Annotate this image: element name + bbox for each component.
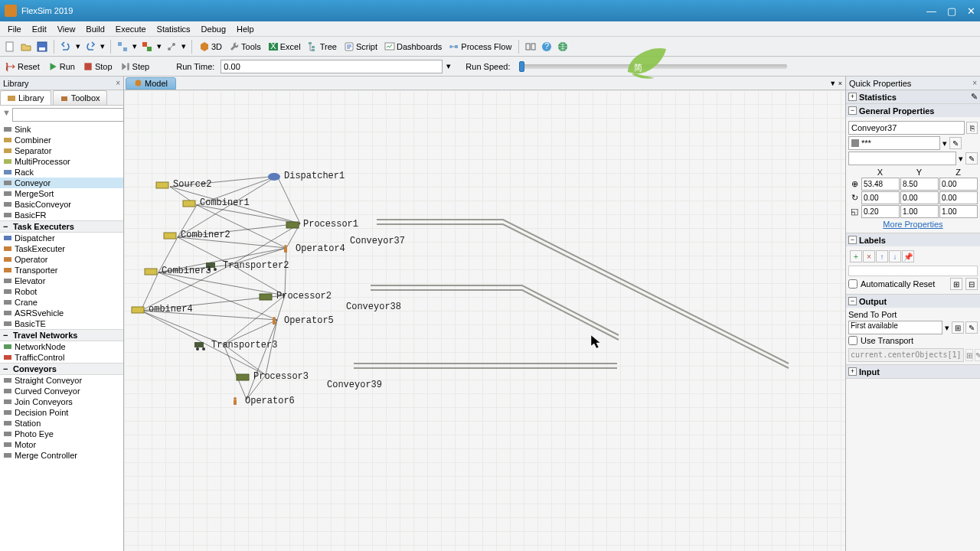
model-node[interactable]: ombiner4 bbox=[130, 304, 193, 315]
tab-library[interactable]: Library bbox=[0, 90, 51, 105]
tree-item[interactable]: TaskExecuter bbox=[0, 243, 123, 254]
tree-item[interactable]: Curved Conveyor bbox=[0, 386, 123, 396]
script-button[interactable]: Script bbox=[341, 39, 380, 54]
object-name-input[interactable] bbox=[848, 121, 965, 135]
undo-icon[interactable] bbox=[59, 40, 73, 54]
tree-item[interactable]: Decision Point bbox=[0, 407, 123, 418]
tree-item[interactable]: Motor bbox=[0, 439, 123, 450]
tree-item[interactable]: ASRSvehicle bbox=[0, 308, 123, 318]
link-icon[interactable] bbox=[165, 40, 178, 54]
section-labels[interactable]: −Labels bbox=[846, 233, 980, 246]
help-icon[interactable]: ? bbox=[540, 40, 554, 54]
undo-dropdown-icon[interactable]: ▾ bbox=[75, 40, 81, 54]
model-node[interactable]: Conveyor39 bbox=[327, 380, 382, 390]
tree-item[interactable]: Join Conveyors bbox=[0, 396, 123, 407]
add-label-icon[interactable]: + bbox=[850, 250, 862, 262]
rot-x[interactable] bbox=[861, 191, 900, 204]
tree-item[interactable]: Combiner bbox=[0, 135, 123, 145]
new-icon[interactable] bbox=[3, 40, 17, 54]
model-node[interactable]: Source2 bbox=[155, 179, 211, 190]
menu-execute[interactable]: Execute bbox=[111, 23, 151, 35]
processflow-button[interactable]: Process Flow bbox=[446, 39, 514, 54]
tree-item[interactable]: Robot bbox=[0, 286, 123, 297]
redo-dropdown-icon[interactable]: ▾ bbox=[100, 40, 106, 54]
section-general[interactable]: −General Properties bbox=[846, 104, 980, 117]
tree-item[interactable]: Dispatcher bbox=[0, 233, 123, 243]
rename-icon[interactable]: ⎘ bbox=[966, 122, 978, 134]
menu-debug[interactable]: Debug bbox=[197, 23, 230, 35]
tree-item[interactable]: MergeSort bbox=[0, 188, 123, 199]
auto-reset-checkbox[interactable] bbox=[848, 279, 858, 289]
rot-y[interactable] bbox=[900, 191, 939, 204]
send-to-port-select[interactable]: First available bbox=[848, 321, 942, 334]
tree-item[interactable]: TrafficControl bbox=[0, 352, 123, 363]
color-icon[interactable] bbox=[140, 40, 154, 54]
scl-y[interactable] bbox=[900, 205, 939, 218]
eyedrop-icon[interactable]: ✎ bbox=[949, 137, 962, 149]
tab-model[interactable]: Model bbox=[126, 77, 176, 90]
model-node[interactable]: Combiner3 bbox=[143, 266, 211, 276]
rot-z[interactable] bbox=[939, 191, 978, 204]
tree-item[interactable]: BasicTE bbox=[0, 318, 123, 329]
up-icon[interactable]: ↑ bbox=[876, 250, 888, 262]
scl-z[interactable] bbox=[939, 205, 978, 218]
section-input[interactable]: +Input bbox=[846, 365, 980, 378]
model-node[interactable]: Dispatcher1 bbox=[266, 171, 345, 181]
group-icon[interactable] bbox=[116, 40, 129, 54]
color-picker[interactable]: *** bbox=[848, 136, 940, 150]
more-properties-link[interactable]: More Properties bbox=[848, 218, 978, 230]
tree-item[interactable]: Straight Conveyor bbox=[0, 375, 123, 386]
pos-z[interactable] bbox=[939, 178, 978, 191]
pin-label-icon[interactable]: 📌 bbox=[902, 250, 914, 262]
tree-item[interactable]: Operator bbox=[0, 254, 123, 265]
open-icon[interactable] bbox=[19, 40, 33, 54]
tree-item[interactable]: Station bbox=[0, 418, 123, 429]
tree-item[interactable]: Rack bbox=[0, 167, 123, 178]
filter-icon[interactable]: ▼ bbox=[2, 108, 11, 122]
minimize-button[interactable]: — bbox=[926, 5, 936, 17]
menu-view[interactable]: View bbox=[53, 23, 80, 35]
model-node[interactable]: Combiner1 bbox=[181, 197, 250, 208]
model-node[interactable]: Processor2 bbox=[258, 291, 332, 302]
reset-button[interactable]: Reset bbox=[3, 59, 42, 74]
tools-button[interactable]: Tools bbox=[227, 39, 263, 54]
menu-help[interactable]: Help bbox=[232, 23, 259, 35]
tree-item[interactable]: NetworkNode bbox=[0, 341, 123, 352]
scl-x[interactable] bbox=[861, 205, 900, 218]
tree-item[interactable]: Photo Eye bbox=[0, 429, 123, 439]
runtime-dropdown[interactable]: ▾ bbox=[446, 60, 452, 73]
edit-shape-icon[interactable]: ✎ bbox=[965, 152, 978, 165]
tree-item[interactable]: MultiProcessor bbox=[0, 156, 123, 167]
model-node[interactable]: Combiner2 bbox=[162, 230, 230, 240]
tree-item[interactable]: Crane bbox=[0, 297, 123, 308]
edit-icon[interactable]: ✎ bbox=[965, 321, 978, 334]
globe-icon[interactable] bbox=[556, 40, 570, 54]
stop-button[interactable]: Stop bbox=[80, 59, 115, 74]
model-canvas[interactable]: Source2Dispatcher1Combiner1Processor1Con… bbox=[124, 90, 845, 551]
search-input[interactable] bbox=[12, 108, 124, 122]
menu-file[interactable]: File bbox=[3, 23, 26, 35]
tree-item[interactable]: Transporter bbox=[0, 265, 123, 276]
tree-item[interactable]: Merge Controller bbox=[0, 450, 123, 461]
tree-header[interactable]: −Task Executers bbox=[0, 220, 123, 233]
pin-icon[interactable]: ▼ × bbox=[829, 80, 842, 87]
section-statistics[interactable]: +Statistics✎ bbox=[846, 90, 980, 103]
tree-item[interactable]: BasicConveyor bbox=[0, 199, 123, 210]
step-button[interactable]: Step bbox=[118, 59, 152, 74]
model-node[interactable]: Conveyor37 bbox=[350, 236, 405, 246]
save-icon[interactable] bbox=[35, 40, 49, 54]
pos-y[interactable] bbox=[900, 178, 939, 191]
runtime-field[interactable]: 0.00 bbox=[220, 60, 443, 73]
tab-toolbox[interactable]: Toolbox bbox=[53, 90, 107, 105]
use-transport-checkbox[interactable] bbox=[848, 336, 858, 345]
threeD-button[interactable]: 3D bbox=[197, 39, 224, 54]
close-icon[interactable]: × bbox=[972, 79, 977, 87]
tree-item[interactable]: BasicFR bbox=[0, 210, 123, 220]
tree-header[interactable]: −Conveyors bbox=[0, 363, 123, 375]
model-node[interactable]: Conveyor38 bbox=[346, 302, 401, 312]
tree-button[interactable]: Tree bbox=[305, 39, 339, 54]
run-button[interactable]: Run bbox=[45, 59, 77, 74]
section-output[interactable]: −Output bbox=[846, 295, 980, 308]
excel-button[interactable]: XExcel bbox=[266, 39, 303, 54]
model-node[interactable]: Processor3 bbox=[235, 371, 309, 382]
